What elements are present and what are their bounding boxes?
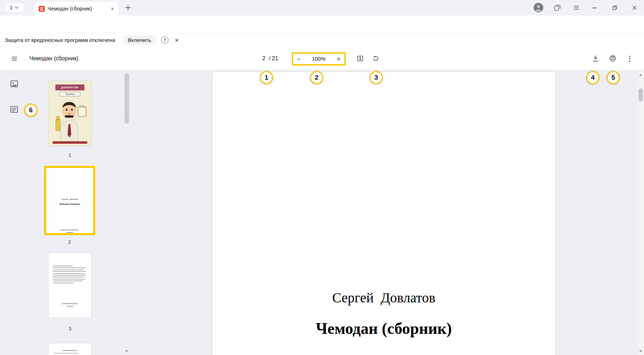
- thumb4-heading-line: [63, 350, 77, 351]
- pdf-toolbar: Чемодан (сборник) 2 / 21 − 100% +: [0, 47, 644, 70]
- pdf-download-icon[interactable]: [592, 55, 599, 62]
- thumb2-title-text: Чемодан (сборник): [46, 203, 93, 205]
- outline-view-icon[interactable]: [10, 105, 19, 114]
- zoom-out-button[interactable]: −: [297, 56, 301, 62]
- shared-devices-icon[interactable]: [554, 4, 561, 11]
- tab-bar: 1 Чемодан (сборник) ×: [0, 0, 644, 16]
- annotation-marker-4: 4: [586, 71, 599, 84]
- annotation-marker-1: 1: [260, 71, 273, 84]
- enable-protection-button[interactable]: Включить: [124, 35, 156, 45]
- tab-title: Чемодан (сборник): [48, 6, 108, 11]
- thumb2-year-line: [66, 232, 73, 233]
- warning-close-icon[interactable]: ×: [175, 37, 179, 44]
- scroll-down-icon[interactable]: [639, 350, 642, 352]
- browser-menu-icon[interactable]: [573, 5, 580, 11]
- pdf-page-view: Сергей Довлатов Чемодан (сборник): [212, 72, 555, 355]
- thumb2-author-text: Сергей Довлатов: [46, 198, 93, 200]
- new-tab-button[interactable]: [125, 5, 131, 11]
- window-close-button[interactable]: [632, 6, 637, 10]
- window-restore-button[interactable]: [613, 6, 617, 10]
- thumb3-center-line: [62, 303, 78, 304]
- browser-tab[interactable]: Чемодан (сборник) ×: [35, 2, 118, 16]
- cover-author-banner: ДОВЛАТОВ: [55, 85, 84, 90]
- thumbnail-page-2-selected[interactable]: Сергей Довлатов Чемодан (сборник): [44, 166, 95, 235]
- chevron-down-icon: [15, 7, 18, 9]
- pdf-more-icon[interactable]: [629, 55, 631, 62]
- sidebar-toggle-icon[interactable]: [11, 55, 18, 62]
- cover-bottom-strip: [53, 141, 87, 144]
- user-avatar[interactable]: [534, 3, 543, 12]
- warning-message: Защита от вредоносных программ отключена: [5, 37, 115, 43]
- fit-to-page-icon[interactable]: [356, 55, 364, 62]
- zoom-controls-highlight: − 100% +: [292, 52, 346, 65]
- vertical-scrollbar-thumb[interactable]: [638, 88, 643, 101]
- thumbnail-1-label: 1: [48, 152, 91, 158]
- thumbnails-view-icon[interactable]: [10, 79, 19, 88]
- rotate-icon[interactable]: [372, 55, 379, 62]
- cover-illustration: [48, 97, 91, 141]
- page-indicator[interactable]: 2 / 21: [262, 55, 278, 62]
- annotation-marker-6: 6: [24, 104, 37, 117]
- thumbnail-page-4[interactable]: [48, 343, 91, 355]
- thumb4-text-line: [54, 353, 78, 354]
- tabbar-divider: [28, 5, 29, 11]
- pdf-file-icon: [39, 6, 45, 12]
- zoom-in-button[interactable]: +: [337, 56, 341, 62]
- zoom-level: 100%: [312, 56, 326, 62]
- page-author-text: Сергей Довлатов: [212, 290, 555, 306]
- protection-warning-bar: Защита от вредоносных программ отключена…: [0, 33, 644, 47]
- tab-group-counter[interactable]: 1: [4, 2, 24, 13]
- window-minimize-button[interactable]: [592, 8, 597, 8]
- annotation-marker-2: 2: [310, 71, 323, 84]
- cover-title-box: Чемодан: [60, 92, 80, 96]
- page-title-text: Чемодан (сборник): [212, 319, 555, 338]
- thumb3-text-block: [53, 266, 87, 284]
- help-icon[interactable]: ?: [161, 36, 169, 44]
- thumbnail-3-label: 3: [48, 326, 91, 331]
- page-number-input[interactable]: 2: [262, 55, 265, 62]
- annotation-marker-5: 5: [607, 71, 620, 84]
- thumbnail-2-label: 2: [44, 239, 95, 245]
- scroll-up-icon[interactable]: [639, 74, 642, 76]
- vertical-scrollbar[interactable]: [637, 70, 644, 355]
- thumb3-year-line: [67, 306, 73, 307]
- sidebar-scrollbar-thumb[interactable]: [125, 73, 129, 124]
- document-title: Чемодан (сборник): [29, 55, 78, 62]
- pdf-print-icon[interactable]: [609, 55, 617, 62]
- thumbnail-page-1[interactable]: ДОВЛАТОВ Чемодан: [48, 81, 91, 146]
- thumbnail-page-3[interactable]: [48, 253, 91, 318]
- sidebar-scroll-down-icon[interactable]: [125, 350, 128, 352]
- tab-close-icon[interactable]: ×: [111, 6, 114, 12]
- pdf-viewer-area: ДОВЛАТОВ Чемодан 1 Сергей Довлато: [0, 70, 644, 355]
- annotation-marker-3: 3: [370, 71, 383, 84]
- page-total: / 21: [269, 55, 278, 62]
- thumb2-imprint-line: [61, 230, 79, 230]
- address-bar: Я file:///C:/Users/User/Downloads/Чемода…: [0, 16, 644, 33]
- tab-count-value: 1: [10, 5, 13, 10]
